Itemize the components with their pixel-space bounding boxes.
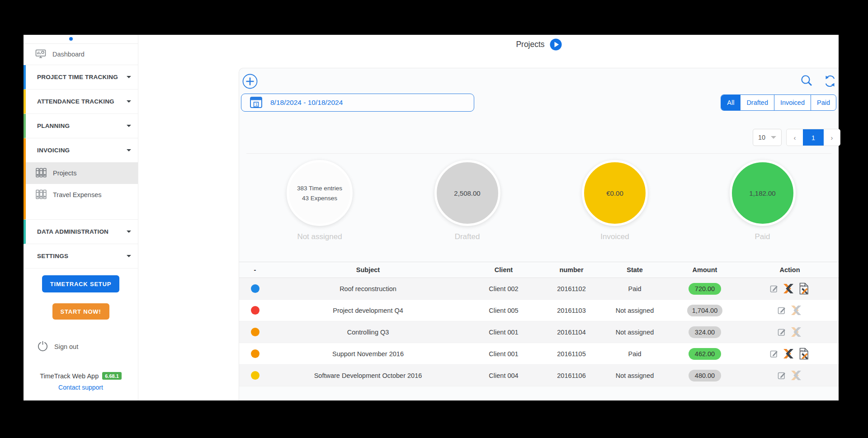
refresh-icon[interactable] xyxy=(823,75,837,89)
export-x-icon[interactable] xyxy=(790,327,802,337)
column-header-amount: Amount xyxy=(669,266,741,273)
version-badge: 6.68.1 xyxy=(102,372,122,380)
prev-page-button[interactable]: ‹ xyxy=(787,129,803,146)
summary-circle-shape: €0.00 xyxy=(582,160,648,226)
state-cell: Not assigned xyxy=(601,329,669,336)
pdf-export-icon[interactable]: PDF xyxy=(798,348,810,360)
summary-value: €0.00 xyxy=(606,189,623,197)
tab-drafted[interactable]: Drafted xyxy=(740,95,774,110)
actions-cell: PDF xyxy=(741,348,839,360)
calendar-icon: 1 xyxy=(249,95,263,111)
section-label: SETTINGS xyxy=(37,253,68,259)
edit-icon[interactable] xyxy=(770,284,778,293)
client-cell: Client 004 xyxy=(465,372,542,379)
play-tutorial-button[interactable] xyxy=(550,38,562,51)
edit-icon[interactable] xyxy=(778,328,786,336)
search-icon[interactable] xyxy=(800,74,813,89)
sidebar-section-project-time-tracking[interactable]: PROJECT TIME TRACKING xyxy=(24,65,138,89)
state-cell: Not assigned xyxy=(601,372,669,379)
summary-circle-invoiced[interactable]: €0.00Invoiced xyxy=(570,160,660,241)
state-cell: Not assigned xyxy=(601,307,669,314)
edit-icon[interactable] xyxy=(778,371,786,380)
start-now-button[interactable]: START NOW! xyxy=(52,303,109,320)
page-size-select[interactable]: 10 xyxy=(753,129,782,146)
main-area: Projects 1 8/ xyxy=(138,35,839,400)
summary-circle-shape: 383 Time entries43 Expenses xyxy=(287,160,353,226)
binders-icon xyxy=(35,189,47,201)
table-row: Support November 2016Client 00120161105P… xyxy=(239,343,839,365)
export-x-icon[interactable] xyxy=(783,283,794,294)
add-project-button[interactable] xyxy=(242,74,258,89)
summary-circle-drafted[interactable]: 2,508.00Drafted xyxy=(422,160,513,241)
summary-circle-paid[interactable]: 1,182.00Paid xyxy=(717,160,808,241)
actions-cell xyxy=(741,370,839,381)
summary-label: Invoiced xyxy=(570,232,660,241)
timetrack-setup-button[interactable]: TIMETRACK SETUP xyxy=(42,275,119,292)
table-row: Software Development October 2016Client … xyxy=(239,365,839,386)
power-icon xyxy=(37,340,48,353)
date-range-input[interactable]: 1 8/18/2024 - 10/18/2024 xyxy=(241,94,474,112)
chevron-down-icon xyxy=(127,76,131,78)
chevron-down-icon xyxy=(127,231,131,233)
tab-invoiced[interactable]: Invoiced xyxy=(774,95,811,110)
sidebar-item-projects[interactable]: Projects xyxy=(26,162,138,184)
sidebar-section-invoicing[interactable]: INVOICING xyxy=(26,138,138,162)
column-header-number: number xyxy=(542,266,601,273)
sidebar-footer: TimeTrack Web App 6.68.1 Contact support xyxy=(24,372,138,391)
number-cell: 20161102 xyxy=(542,285,601,292)
pdf-export-icon[interactable]: PDF xyxy=(798,283,810,295)
export-x-icon[interactable] xyxy=(790,305,802,316)
sidebar-section-attendance-tracking[interactable]: ATTENDANCE TRACKING xyxy=(24,89,138,114)
table-body: Roof reconstructionClient 00220161102Pai… xyxy=(239,278,839,386)
date-range-value: 8/18/2024 - 10/18/2024 xyxy=(270,99,343,107)
amount-cell: 462.00 xyxy=(669,348,741,360)
summary-value: 2,508.00 xyxy=(454,189,480,197)
sidebar-section-data-administration[interactable]: DATA ADMINISTRATION xyxy=(24,220,138,244)
projects-table: -SubjectClientnumberStateAmountAction Ro… xyxy=(239,262,839,386)
sidebar-item-label: Dashboard xyxy=(52,51,85,58)
summary-label: Not assigned xyxy=(274,232,365,241)
subject-cell: Roof reconstruction xyxy=(271,285,465,292)
next-page-button[interactable]: › xyxy=(824,129,840,146)
client-cell: Client 005 xyxy=(465,307,542,314)
sidebar-item-travel-expenses[interactable]: Travel Expenses xyxy=(26,184,138,206)
number-cell: 20161103 xyxy=(542,307,601,314)
subject-cell: Software Development October 2016 xyxy=(271,372,465,379)
state-cell: Paid xyxy=(601,350,669,358)
column-header-action: Action xyxy=(741,266,839,273)
spacer xyxy=(26,206,138,219)
binders-icon xyxy=(35,168,47,179)
summary-circle-not-assigned[interactable]: 383 Time entries43 ExpensesNot assigned xyxy=(274,160,365,241)
app-name: TimeTrack Web App xyxy=(40,372,99,380)
color-dot-cell xyxy=(239,284,271,293)
edit-icon[interactable] xyxy=(770,349,778,358)
svg-text:1: 1 xyxy=(255,102,257,107)
sidebar-section-planning[interactable]: PLANNING xyxy=(24,114,138,138)
chevron-down-icon xyxy=(127,100,131,103)
summary-value: 383 Time entries xyxy=(297,185,342,192)
project-color-dot xyxy=(251,328,259,336)
color-dot-cell xyxy=(239,371,271,380)
amount-cell: 720.00 xyxy=(669,283,741,295)
tab-all[interactable]: All xyxy=(721,95,740,110)
edit-icon[interactable] xyxy=(778,306,786,315)
export-x-icon[interactable] xyxy=(783,349,794,359)
state-cell: Paid xyxy=(601,285,669,292)
subject-cell: Support November 2016 xyxy=(271,350,465,358)
sign-out-button[interactable]: Sign out xyxy=(24,340,138,353)
color-dot-cell xyxy=(239,328,271,336)
sidebar: Dashboard PROJECT TIME TRACKING ATTENDAN… xyxy=(24,35,138,400)
current-page-button[interactable]: 1 xyxy=(803,129,824,146)
sidebar-item-dashboard[interactable]: Dashboard xyxy=(24,44,138,65)
project-color-dot xyxy=(251,349,259,358)
contact-support-link[interactable]: Contact support xyxy=(24,384,138,391)
amount-badge: 462.00 xyxy=(689,348,721,360)
column-header-: - xyxy=(239,266,271,273)
client-cell: Client 002 xyxy=(465,285,542,292)
section-label: PLANNING xyxy=(37,122,70,129)
sidebar-section-settings[interactable]: SETTINGS xyxy=(24,244,138,268)
subject-cell: Project development Q4 xyxy=(271,307,465,314)
sidebar-item-label: Travel Expenses xyxy=(53,191,101,198)
export-x-icon[interactable] xyxy=(790,370,802,381)
tab-paid[interactable]: Paid xyxy=(811,95,836,110)
